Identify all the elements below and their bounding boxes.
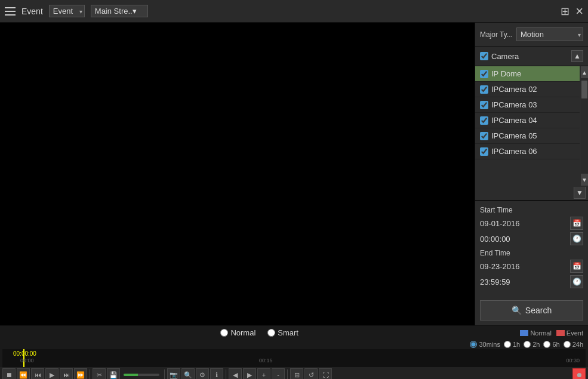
camera-item-1[interactable]: IPCamera 02 (475, 82, 580, 97)
smart-radio-text: Smart (278, 328, 298, 337)
camera-item-3[interactable]: IPCamera 04 (475, 113, 580, 128)
camera-item-label-0[interactable]: IP Dome (480, 69, 521, 78)
camera-item-0[interactable]: IP Dome (475, 66, 580, 82)
grid-icon[interactable]: ⊞ (561, 5, 569, 18)
camera-item-4[interactable]: IPCamera 05 (475, 128, 580, 144)
scroll-up-button[interactable]: ▲ (571, 50, 583, 62)
camera-all-checkbox-label[interactable]: Camera (480, 52, 519, 61)
tb-fullscreen-button[interactable]: ⛶ (319, 368, 332, 379)
start-time-row: 00:00:00 🕐 (480, 232, 583, 245)
camera-checkbox-4[interactable] (480, 132, 488, 140)
scale-6h-label[interactable]: 6h (543, 341, 559, 348)
tb-snapshot-button[interactable]: 📷 (167, 368, 180, 379)
tb-clip-button[interactable]: ✂ (93, 368, 106, 379)
camera-all-checkbox[interactable] (480, 52, 488, 60)
end-date-row: 09-23-2016 📅 (480, 260, 583, 273)
tb-settings-button[interactable]: ⚙ (196, 368, 209, 379)
major-type-row: Major Ty... Motion Alarm Manual ▾ (475, 23, 588, 47)
start-date-row: 09-01-2016 📅 (480, 217, 583, 230)
camera-checkbox-5[interactable] (480, 147, 488, 156)
tb-record-button[interactable]: ⏺ (572, 368, 586, 379)
scroll-down-button[interactable]: ▼ (574, 187, 586, 199)
camera-checkbox-3[interactable] (480, 116, 488, 125)
camera-name-0: IP Dome (491, 69, 521, 78)
smart-radio-label[interactable]: Smart (267, 328, 298, 337)
tb-zoom-in-button[interactable]: + (257, 368, 270, 379)
camera-checkbox-2[interactable] (480, 101, 488, 109)
legend-area: Normal Event (520, 329, 583, 337)
camera-item-label-1[interactable]: IPCamera 02 (480, 85, 537, 94)
top-bar: Event Event ▾ Main Stre..▾ ⊞ × (0, 0, 588, 23)
scrollbar-up-button[interactable]: ▲ (581, 66, 588, 78)
scale-1h-radio[interactable] (504, 341, 511, 348)
tb-separator-1 (90, 369, 90, 379)
tb-zoom-out-button[interactable]: - (272, 368, 285, 379)
scale-30min-radio[interactable] (470, 341, 477, 348)
end-date-calendar-icon[interactable]: 📅 (570, 260, 583, 273)
tb-layout-button[interactable]: ⊞ (290, 368, 303, 379)
tb-zoom-button[interactable]: 🔍 (181, 368, 195, 379)
tb-rotate-button[interactable]: ↺ (304, 368, 318, 379)
tb-stop-button[interactable]: ⏹ (2, 368, 16, 379)
camera-item-label-2[interactable]: IPCamera 03 (480, 100, 537, 109)
scale-2h-label[interactable]: 2h (524, 341, 540, 348)
stream-select[interactable]: Main Stre..▾ (91, 5, 148, 17)
start-date-value: 09-01-2016 (480, 219, 568, 228)
tb-fast-forward-button[interactable]: ⏩ (74, 368, 87, 379)
content-area: Major Ty... Motion Alarm Manual ▾ (0, 23, 588, 325)
scale-24h-label[interactable]: 24h (564, 341, 583, 348)
camera-item-label-5[interactable]: IPCamera 06 (480, 147, 537, 156)
camera-name-3: IPCamera 04 (491, 116, 537, 125)
start-time-clock-icon[interactable]: 🕐 (570, 232, 583, 245)
scrollbar-thumb[interactable] (581, 81, 587, 98)
start-time-label: Start Time (480, 206, 583, 214)
scale-2h-radio[interactable] (524, 341, 531, 348)
tb-rewind-button[interactable]: ⏪ (17, 368, 30, 379)
end-time-clock-icon[interactable]: 🕐 (570, 275, 583, 288)
tb-prev-frame-button[interactable]: ⏮ (31, 368, 44, 379)
scrollbar-track (581, 78, 588, 174)
close-button[interactable]: × (575, 5, 583, 18)
normal-radio-label[interactable]: Normal (220, 328, 255, 337)
timeline-tick-mid: 00:15 (259, 358, 273, 363)
tb-info-button[interactable]: ℹ (210, 368, 223, 379)
camera-name-1: IPCamera 02 (491, 85, 537, 94)
scale-6h-text: 6h (552, 341, 559, 348)
legend-event-label: Event (567, 329, 583, 337)
start-date-calendar-icon[interactable]: 📅 (570, 217, 583, 230)
timeline[interactable]: 00:00:00 00:00 00:15 00:30 (2, 349, 586, 367)
search-button-label: Search (525, 306, 552, 315)
tb-prev-day-button[interactable]: ◀ (229, 368, 242, 379)
smart-radio[interactable] (267, 329, 275, 337)
camera-checkbox-0[interactable] (480, 70, 488, 78)
normal-radio[interactable] (220, 329, 228, 337)
tb-separator-3 (226, 369, 226, 379)
tb-next-frame-button[interactable]: ⏭ (60, 368, 73, 379)
scale-24h-radio[interactable] (564, 341, 571, 348)
tb-next-day-button[interactable]: ▶ (243, 368, 256, 379)
scale-6h-radio[interactable] (543, 341, 550, 348)
scale-2h-text: 2h (532, 341, 540, 348)
scale-30min-label[interactable]: 30mins (470, 341, 500, 348)
camera-item-label-3[interactable]: IPCamera 04 (480, 116, 537, 125)
datetime-section: Start Time 09-01-2016 📅 00:00:00 🕐 End T… (475, 201, 588, 295)
tb-backup-button[interactable]: 💾 (107, 368, 120, 379)
end-time-row: 23:59:59 🕐 (480, 275, 583, 288)
stream-dropdown-wrapper: Main Stre..▾ (91, 5, 148, 17)
camera-item-label-4[interactable]: IPCamera 05 (480, 131, 537, 140)
tb-play-button[interactable]: ▶ (45, 368, 59, 379)
legend-event: Event (556, 329, 583, 337)
major-type-select[interactable]: Motion Alarm Manual (516, 27, 583, 41)
scale-1h-text: 1h (513, 341, 520, 348)
camera-item-2[interactable]: IPCamera 03 (475, 97, 580, 113)
tb-separator-2 (164, 369, 165, 379)
scrollbar-down-button[interactable]: ▼ (581, 174, 588, 186)
camera-checkbox-1[interactable] (480, 85, 488, 94)
scale-1h-label[interactable]: 1h (504, 341, 520, 348)
search-button[interactable]: 🔍 Search (480, 300, 583, 321)
major-type-select-wrapper: Motion Alarm Manual ▾ (516, 27, 583, 41)
camera-item-5[interactable]: IPCamera 06 (475, 144, 580, 159)
event-dropdown[interactable]: Event (49, 5, 85, 17)
camera-name-4: IPCamera 05 (491, 131, 537, 140)
bottom-area: Normal Smart Normal Event (0, 325, 588, 379)
